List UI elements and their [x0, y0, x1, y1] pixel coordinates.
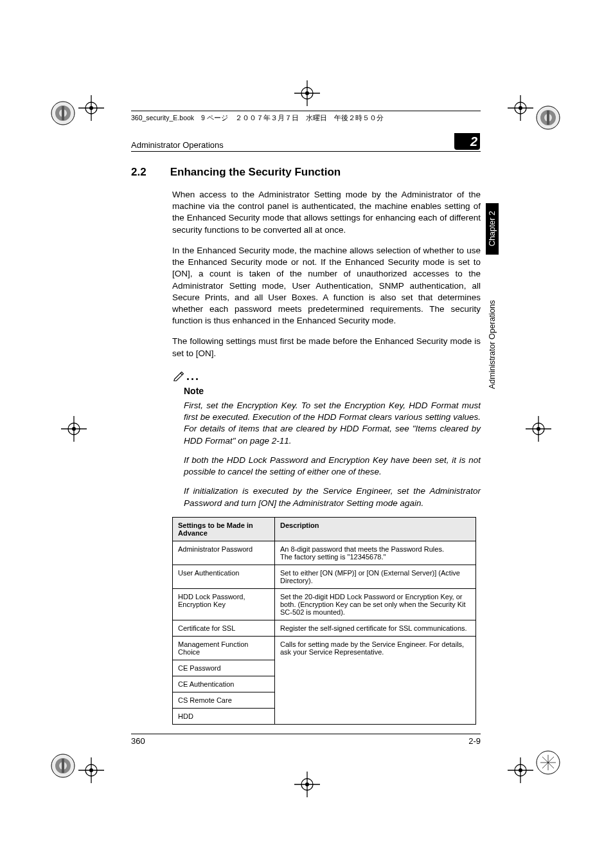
table-cell: User Authentication	[173, 565, 275, 588]
svg-point-20	[89, 106, 93, 110]
table-row: Certificate for SSL Register the self-si…	[173, 620, 476, 636]
svg-point-48	[305, 782, 309, 786]
svg-rect-11	[62, 759, 64, 773]
page-footer: 360 2-9	[131, 734, 481, 746]
note-block: ... Note First, set the Encryption Key. …	[172, 368, 481, 509]
table-row: Administrator Password An 8-digit passwo…	[173, 541, 476, 565]
corner-screw-icon	[535, 749, 562, 776]
paragraph: When access to the Administrator Setting…	[172, 189, 481, 236]
table-cell: Calls for setting made by the Service En…	[275, 636, 476, 724]
table-cell: Administrator Password	[173, 541, 275, 565]
content-area: 2.2 Enhancing the Security Function When…	[131, 166, 481, 725]
table-cell: HDD Lock Password, Encryption Key	[173, 588, 275, 620]
table-cell: An 8-digit password that meets the Passw…	[275, 541, 476, 565]
framemaker-filename: 360_security_E.book 9 ページ ２００７年３月７日 水曜日 …	[131, 114, 384, 123]
table-cell: Certificate for SSL	[173, 620, 275, 636]
note-paragraph: If both the HDD Lock Password and Encryp…	[184, 455, 481, 478]
paragraph: In the Enhanced Security mode, the machi…	[172, 245, 481, 327]
svg-point-36	[72, 427, 76, 431]
note-paragraph: If initialization is executed by the Ser…	[184, 485, 481, 509]
corner-screw-icon	[535, 104, 562, 131]
section-title: Enhancing the Security Function	[170, 166, 341, 178]
table-cell: CE Authentication	[173, 676, 275, 692]
note-dots-icon: ...	[186, 370, 200, 383]
table-row: User Authentication Set to either [ON (M…	[173, 565, 476, 588]
note-paragraph: First, set the Encryption Key. To set th…	[184, 400, 481, 447]
registration-mark-icon	[294, 772, 320, 797]
table-header-cell: Settings to be Made in Advance	[173, 517, 275, 541]
svg-rect-3	[62, 106, 64, 120]
svg-point-24	[519, 106, 522, 110]
svg-point-32	[519, 768, 522, 772]
framemaker-header: 360_security_E.book 9 ページ ２００７年３月７日 水曜日 …	[131, 111, 481, 123]
registration-mark-icon	[508, 95, 533, 121]
side-tab-title: Administrator Operations	[486, 260, 499, 389]
table-cell: Management Function Choice	[173, 636, 275, 660]
paragraph: The following settings must first be mad…	[172, 336, 481, 359]
corner-screw-icon	[49, 752, 76, 779]
registration-mark-icon	[526, 416, 551, 442]
svg-point-28	[89, 768, 93, 772]
registration-mark-icon	[294, 80, 320, 106]
svg-point-44	[305, 91, 309, 95]
table-row: HDD Lock Password, Encryption Key Set th…	[173, 588, 476, 620]
pencil-icon	[172, 368, 186, 383]
svg-point-40	[537, 427, 540, 431]
note-title: Note	[184, 385, 481, 397]
registration-mark-icon	[78, 95, 104, 121]
footer-right: 2-9	[468, 736, 481, 746]
section-number: 2.2	[131, 166, 167, 179]
table-cell: CE Password	[173, 660, 275, 676]
table-cell: Set the 20-digit HDD Lock Password or En…	[275, 588, 476, 620]
settings-table: Settings to be Made in Advance Descripti…	[172, 517, 476, 725]
section-heading: 2.2 Enhancing the Security Function	[131, 166, 481, 179]
table-row: Management Function Choice Calls for set…	[173, 636, 476, 660]
registration-mark-icon	[61, 416, 87, 442]
table-cell: Set to either [ON (MFP)] or [ON (Externa…	[275, 565, 476, 588]
table-header-row: Settings to be Made in Advance Descripti…	[173, 517, 476, 541]
body-text: When access to the Administrator Setting…	[172, 189, 481, 509]
table-cell: Register the self-signed certificate for…	[275, 620, 476, 636]
svg-rect-7	[547, 111, 549, 125]
registration-mark-icon	[78, 757, 104, 783]
table-cell: CS Remote Care	[173, 692, 275, 708]
table-header-cell: Description	[275, 517, 476, 541]
corner-screw-icon	[49, 100, 76, 127]
side-tab-chapter: Chapter 2	[486, 203, 499, 255]
chapter-number-badge: 2	[454, 133, 480, 150]
running-head: Administrator Operations	[131, 141, 481, 152]
page-root: 360_security_E.book 9 ページ ２００７年３月７日 水曜日 …	[0, 0, 613, 868]
note-body: First, set the Encryption Key. To set th…	[184, 400, 481, 509]
running-head-text: Administrator Operations	[131, 140, 224, 150]
table-cell: HDD	[173, 708, 275, 724]
registration-mark-icon	[508, 757, 533, 783]
footer-left: 360	[131, 736, 145, 746]
